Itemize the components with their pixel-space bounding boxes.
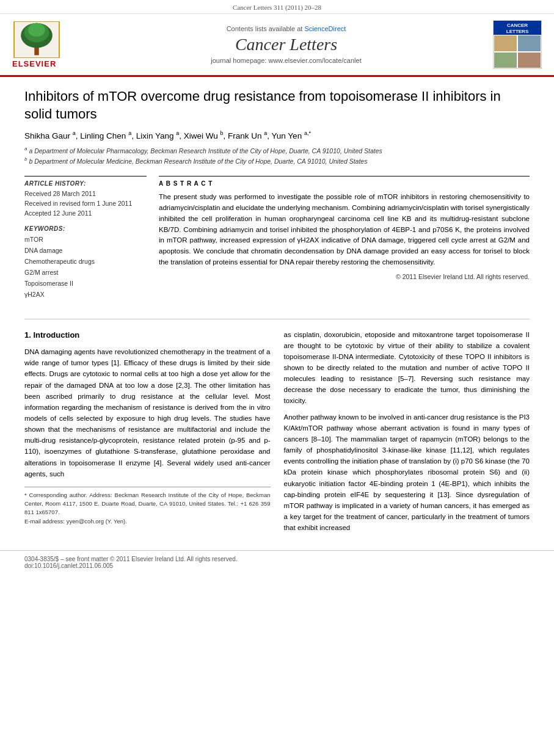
keyword-dna: DNA damage — [24, 245, 147, 256]
bottom-doi: doi:10.1016/j.canlet.2011.06.005 — [24, 562, 530, 569]
footnotes: * Corresponding author. Address: Beckman… — [24, 487, 271, 526]
revised-date: Received in revised form 1 June 2011 — [24, 199, 147, 209]
keyword-g2m: G2/M arrest — [24, 267, 147, 278]
keyword-mtor: mTOR — [24, 234, 147, 245]
elsevier-tree-icon — [12, 21, 61, 58]
affiliations: a a Department of Molecular Pharmacology… — [24, 145, 530, 167]
intro-para-1: DNA damaging agents have revolutionized … — [24, 346, 271, 479]
svg-point-4 — [28, 23, 45, 36]
elsevier-logo: ELSEVIER — [12, 21, 79, 68]
abstract-heading: A B S T R A C T — [159, 180, 530, 187]
affiliation-b: b b Department of Molecular Medicine, Be… — [24, 156, 530, 166]
keywords-section: Keywords: mTOR DNA damage Chemotherapeut… — [24, 225, 147, 300]
journal-url: journal homepage: www.elsevier.com/locat… — [79, 57, 493, 64]
authors-line: Shikha Gaur a, Linling Chen a, Lixin Yan… — [24, 130, 530, 140]
keywords-heading: Keywords: — [24, 225, 147, 232]
abstract-section: A B S T R A C T The present study was pe… — [159, 176, 530, 307]
intro-heading: 1. Introduction — [24, 329, 271, 342]
bottom-bar: 0304-3835/$ – see front matter © 2011 El… — [0, 550, 554, 574]
paper-content: Inhibitors of mTOR overcome drug resista… — [0, 77, 554, 550]
email-note: E-mail address: yyen@coh.org (Y. Yen). — [24, 517, 271, 526]
abstract-text: The present study was performed to inves… — [159, 192, 530, 268]
body-content: 1. Introduction DNA damaging agents have… — [24, 329, 530, 539]
contents-line: Contents lists available at ScienceDirec… — [79, 25, 493, 32]
accepted-date: Accepted 12 June 2011 — [24, 209, 147, 219]
svg-rect-1 — [34, 46, 38, 55]
paper-title: Inhibitors of mTOR overcome drug resista… — [24, 88, 530, 123]
history-heading: Article history: — [24, 180, 147, 187]
cl-img-1 — [494, 35, 517, 51]
journal-center: Contents lists available at ScienceDirec… — [79, 25, 493, 64]
journal-citation: Cancer Letters 311 (2011) 20–28 — [0, 0, 554, 14]
cl-logo-text: CANCER LETTERS — [494, 21, 541, 35]
corresponding-author-note: * Corresponding author. Address: Beckman… — [24, 491, 271, 517]
journal-title: Cancer Letters — [79, 35, 493, 54]
keywords-list: mTOR DNA damage Chemotherapeutic drugs G… — [24, 234, 147, 300]
intro-para-2: as cisplatin, doxorubicin, etoposide and… — [284, 329, 530, 407]
journal-header: ELSEVIER Contents lists available at Sci… — [0, 14, 554, 77]
body-col-right: as cisplatin, doxorubicin, etoposide and… — [284, 329, 530, 539]
received-date: Received 28 March 2011 — [24, 189, 147, 199]
affiliation-a: a a Department of Molecular Pharmacology… — [24, 145, 530, 156]
cl-img-4 — [517, 52, 541, 68]
article-history: Article history: Received 28 March 2011 … — [24, 180, 147, 218]
keyword-topo: Topoisomerase II — [24, 278, 147, 289]
citation-text: Cancer Letters 311 (2011) 20–28 — [233, 4, 321, 11]
sciencedirect-link[interactable]: ScienceDirect — [304, 25, 346, 32]
article-info-abstract: Article history: Received 28 March 2011 … — [24, 176, 530, 307]
abstract-copyright: © 2011 Elsevier Ireland Ltd. All rights … — [159, 273, 530, 280]
cancer-letters-logo: CANCER LETTERS — [493, 20, 542, 69]
cl-img-2 — [517, 35, 541, 51]
cl-img-3 — [494, 52, 517, 68]
body-col-left: 1. Introduction DNA damaging agents have… — [24, 329, 271, 539]
keyword-h2ax: γH2AX — [24, 289, 147, 300]
intro-para-3: Another pathway known to be involved in … — [284, 412, 530, 534]
section-divider — [24, 319, 530, 319]
keyword-chemo: Chemotherapeutic drugs — [24, 256, 147, 267]
article-info: Article history: Received 28 March 2011 … — [24, 176, 147, 307]
bottom-copyright: 0304-3835/$ – see front matter © 2011 El… — [24, 556, 530, 562]
elsevier-label: ELSEVIER — [12, 59, 56, 68]
cl-logo-images — [494, 35, 541, 68]
